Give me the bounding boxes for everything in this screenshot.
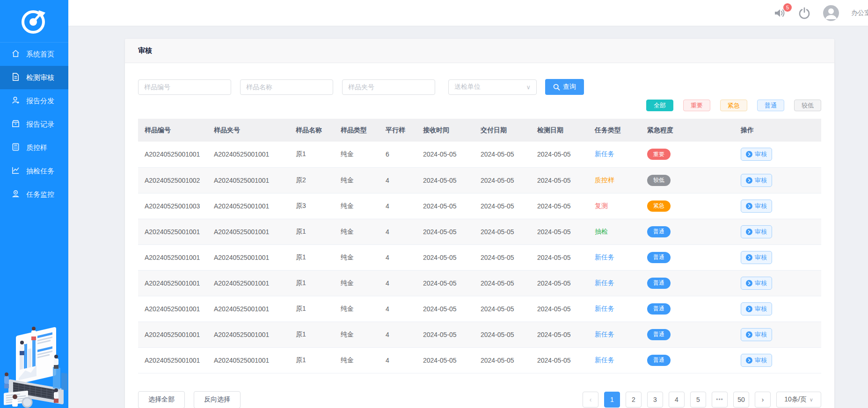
logout-power-button[interactable] [798, 7, 811, 20]
audit-button-label: 审核 [755, 202, 767, 210]
cell-test-date: 2024-05-05 [531, 219, 588, 244]
cell-folder-no: A20240525001001 [207, 270, 289, 296]
sample-folder-input[interactable] [342, 79, 435, 95]
pagination-ellipsis[interactable]: ••• [712, 392, 728, 408]
table-row: A20240525001001A20240525001001原1纯金62024-… [138, 142, 821, 167]
person-icon [823, 5, 839, 21]
table-row: A20240525001002A20240525001001原2纯金42024-… [138, 167, 821, 193]
table-row: A20240525001001A20240525001001原1纯金42024-… [138, 347, 821, 373]
column-header: 样品名称 [289, 119, 334, 142]
user-avatar[interactable] [823, 5, 839, 21]
cell-folder-no: A20240525001001 [207, 142, 289, 167]
samples-table: 样品编号样品夹号样品名称样品类型平行样接收时间交付日期检测日期任务类型紧急程度操… [138, 119, 821, 373]
cell-deliver-date: 2024-05-05 [474, 193, 531, 219]
filter-urgent[interactable]: 紧急 [720, 100, 747, 111]
task-type-label: 抽检 [595, 228, 608, 235]
search-button-label: 查询 [563, 83, 576, 91]
cell-sample-no: A20240525001003 [138, 193, 207, 219]
cell-received-date: 2024-05-05 [416, 296, 474, 322]
sidebar-item-home[interactable]: 系统首页 [0, 43, 68, 66]
cell-sample-type: 纯金 [334, 322, 379, 347]
cell-sample-type: 纯金 [334, 244, 379, 270]
filter-normal[interactable]: 普通 [757, 100, 784, 111]
sample-name-input[interactable] [240, 79, 333, 95]
sample-no-input[interactable] [138, 79, 231, 95]
notification-speaker-button[interactable]: 5 [773, 7, 786, 19]
filter-low[interactable]: 较低 [794, 100, 821, 111]
cell-test-date: 2024-05-05 [531, 142, 588, 167]
chevron-down-icon: ∨ [526, 84, 531, 91]
cell-sample-no: A20240525001001 [138, 270, 207, 296]
audit-button[interactable]: 审核 [741, 200, 772, 213]
search-icon [553, 84, 560, 91]
app-logo [0, 0, 68, 42]
audit-button[interactable]: 审核 [741, 328, 772, 341]
audit-button-label: 审核 [755, 330, 767, 339]
cell-parallel: 4 [379, 270, 416, 296]
sidebar-item-sampling[interactable]: 抽检任务 [0, 159, 68, 183]
cell-parallel: 4 [379, 193, 416, 219]
user-label: 办公室:张 [851, 9, 868, 17]
pagination-page-3[interactable]: 3 [647, 392, 663, 408]
task-type-label: 复测 [595, 202, 608, 209]
sidebar-item-qc-sample[interactable]: 质控样 [0, 136, 68, 159]
sidebar-item-review[interactable]: 检测审核 [0, 66, 68, 89]
document-icon [11, 72, 20, 83]
cell-test-date: 2024-05-05 [531, 167, 588, 193]
table-row: A20240525001001A20240525001001原1纯金42024-… [138, 296, 821, 322]
pagination-page-4[interactable]: 4 [669, 392, 685, 408]
page-size-select[interactable]: 10条/页∨ [776, 392, 821, 408]
column-header: 平行样 [379, 119, 416, 142]
cell-sample-type: 纯金 [334, 296, 379, 322]
audit-button[interactable]: 审核 [741, 354, 772, 367]
filter-all[interactable]: 全部 [646, 100, 673, 111]
sidebar-item-distribute[interactable]: 报告分发 [0, 89, 68, 113]
sidebar-item-label: 报告记录 [26, 120, 54, 129]
table-footer: 选择全部 反向选择 ‹12345•••50›10条/页∨ [138, 391, 821, 408]
cell-sample-type: 纯金 [334, 142, 379, 167]
column-header: 操作 [734, 119, 821, 142]
cell-sample-name: 原1 [289, 219, 334, 244]
pagination-next-button[interactable]: › [755, 392, 771, 408]
chart-line-icon [11, 166, 20, 176]
pagination-page-50[interactable]: 50 [733, 392, 749, 408]
pagination-page-1[interactable]: 1 [604, 392, 620, 408]
search-button[interactable]: 查询 [545, 79, 584, 95]
cell-sample-type: 纯金 [334, 167, 379, 193]
audit-button[interactable]: 审核 [741, 302, 772, 315]
sidebar-item-records[interactable]: 报告记录 [0, 113, 68, 136]
cell-sample-name: 原1 [289, 347, 334, 373]
cell-received-date: 2024-05-05 [416, 347, 474, 373]
pagination-page-2[interactable]: 2 [626, 392, 642, 408]
audit-button[interactable]: 审核 [741, 174, 772, 187]
sidebar-item-monitor[interactable]: 任务监控 [0, 183, 68, 206]
audit-button[interactable]: 审核 [741, 225, 772, 238]
table-header-row: 样品编号样品夹号样品名称样品类型平行样接收时间交付日期检测日期任务类型紧急程度操… [138, 119, 821, 142]
audit-button[interactable]: 审核 [741, 277, 772, 290]
search-bar: 送检单位 ∨ 查询 [138, 79, 821, 95]
cell-sample-name: 原1 [289, 142, 334, 167]
pagination-prev-button[interactable]: ‹ [583, 392, 598, 408]
cell-sample-no: A20240525001002 [138, 167, 207, 193]
cell-sample-name: 原1 [289, 296, 334, 322]
audit-button-label: 审核 [755, 279, 767, 287]
send-unit-select[interactable]: 送检单位 ∨ [448, 79, 537, 95]
cell-received-date: 2024-05-05 [416, 219, 474, 244]
sidebar-item-label: 抽检任务 [26, 167, 54, 176]
urgency-badge: 普通 [647, 355, 671, 366]
audit-button[interactable]: 审核 [741, 148, 772, 161]
pagination-page-5[interactable]: 5 [690, 392, 706, 408]
cell-test-date: 2024-05-05 [531, 347, 588, 373]
cell-parallel: 4 [379, 296, 416, 322]
invert-select-button[interactable]: 反向选择 [194, 391, 241, 408]
cell-folder-no: A20240525001001 [207, 167, 289, 193]
table-row: A20240525001001A20240525001001原1纯金42024-… [138, 270, 821, 296]
urgency-filter-group: 全部重要紧急普通较低 [138, 100, 821, 111]
audit-button[interactable]: 审核 [741, 251, 772, 264]
filter-important[interactable]: 重要 [683, 100, 710, 111]
cell-parallel: 4 [379, 219, 416, 244]
cell-deliver-date: 2024-05-05 [474, 270, 531, 296]
home-icon [11, 49, 20, 59]
select-all-button[interactable]: 选择全部 [138, 391, 185, 408]
chevron-down-icon: ∨ [810, 397, 813, 403]
